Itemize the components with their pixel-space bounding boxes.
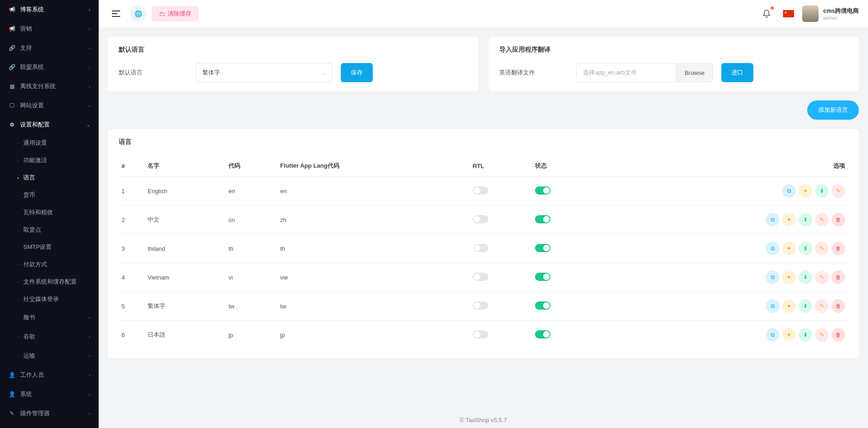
browse-button[interactable]: Browse xyxy=(676,63,713,82)
save-button[interactable]: 保存 xyxy=(341,63,373,82)
file-placeholder: 选择app_en.arb文件 xyxy=(576,63,676,82)
action-button-2[interactable]: ⬇ xyxy=(799,213,812,227)
cell-flutter: jp xyxy=(277,321,470,349)
table-header: 名字 xyxy=(145,155,226,177)
sidebar-item-label: 营销 xyxy=(20,25,32,33)
rtl-toggle[interactable] xyxy=(473,215,488,223)
sidebar-item[interactable]: ▦离线支付系统› xyxy=(0,77,99,96)
cell-name: 日本語 xyxy=(145,321,226,349)
sidebar-item[interactable]: ✎插件管理器› xyxy=(0,404,99,423)
add-language-button[interactable]: 添加新语言 xyxy=(807,100,859,120)
sidebar-sub-item[interactable]: SMTP设置 xyxy=(17,238,99,256)
select-value: 繁体字 xyxy=(202,69,220,77)
action-button-4[interactable]: 🗑 xyxy=(831,242,845,255)
status-toggle[interactable] xyxy=(535,244,550,252)
sidebar-item[interactable]: 👤系统› xyxy=(0,385,99,404)
action-button-2[interactable]: ⬇ xyxy=(799,299,812,313)
rtl-toggle[interactable] xyxy=(473,330,488,338)
action-button-0[interactable]: ⧉ xyxy=(782,184,796,198)
cell-index: 1 xyxy=(119,177,145,206)
action-button-0[interactable]: ⧉ xyxy=(766,213,779,227)
sidebar-sub-item[interactable]: ○谷歌› xyxy=(0,327,99,346)
status-toggle[interactable] xyxy=(535,186,550,195)
action-button-2[interactable]: ⬇ xyxy=(799,328,812,342)
cell-actions: ⧉✦⬇✎🗑 xyxy=(595,321,848,349)
cell-rtl xyxy=(470,321,533,349)
action-button-1[interactable]: ✦ xyxy=(782,270,796,284)
sidebar-sub-item[interactable]: 瓦特和税收 xyxy=(17,204,99,221)
chevron-right-icon: › xyxy=(89,64,90,70)
sidebar-sub-item[interactable]: 语言 xyxy=(17,169,99,186)
rtl-toggle[interactable] xyxy=(473,273,488,281)
sidebar-item-settings[interactable]: ⚙ 设置和配置 ⌄ xyxy=(0,115,99,134)
default-language-select[interactable]: 繁体字 ⌄ xyxy=(196,63,333,82)
action-button-3[interactable]: ✎ xyxy=(831,184,845,198)
globe-button[interactable]: 🌐 xyxy=(130,5,146,22)
action-button-4[interactable]: 🗑 xyxy=(831,213,845,227)
action-button-3[interactable]: ✎ xyxy=(815,328,829,342)
action-button-1[interactable]: ✦ xyxy=(782,328,796,342)
sidebar-item[interactable]: 📢博客系统› xyxy=(0,0,99,19)
cell-code: jp xyxy=(226,321,277,349)
sidebar-item[interactable]: 👤工作人员› xyxy=(0,365,99,385)
language-flag[interactable] xyxy=(783,10,794,17)
action-button-2[interactable]: ⬇ xyxy=(799,242,812,255)
cell-index: 3 xyxy=(119,234,145,263)
action-button-3[interactable]: ✎ xyxy=(815,242,829,255)
action-button-3[interactable]: ✎ xyxy=(815,213,829,227)
cell-name: Vietnam xyxy=(145,263,226,292)
import-button[interactable]: 进口 xyxy=(721,63,753,82)
status-toggle[interactable] xyxy=(535,330,550,338)
action-button-3[interactable]: ✎ xyxy=(815,299,829,313)
cell-actions: ⧉✦⬇✎🗑 xyxy=(595,234,848,263)
cell-flutter: en xyxy=(277,177,470,206)
sidebar-item[interactable]: 🔗支持› xyxy=(0,38,99,58)
status-toggle[interactable] xyxy=(535,215,550,223)
rtl-toggle[interactable] xyxy=(473,186,488,195)
sidebar-sub-item[interactable]: 取货点 xyxy=(17,221,99,238)
sidebar-sub-item[interactable]: ○运输› xyxy=(0,346,99,365)
action-button-4[interactable]: 🗑 xyxy=(831,270,845,284)
rtl-toggle[interactable] xyxy=(473,244,488,252)
sidebar-item[interactable]: 📢营销› xyxy=(0,19,99,38)
languages-table-card: 语言 #名字代码Flutter App Lang代码RTL状态选项 1 Engl… xyxy=(108,129,859,358)
sidebar-sub-item[interactable]: 付款方式 xyxy=(17,256,99,273)
action-button-0[interactable]: ⧉ xyxy=(766,242,779,255)
sidebar-sub-item[interactable]: 通用设置 xyxy=(17,134,99,152)
action-button-1[interactable]: ✦ xyxy=(782,242,796,255)
sidebar-item[interactable]: 🖵网站设置› xyxy=(0,96,99,115)
sidebar-sub-item[interactable]: 功能激活 xyxy=(17,152,99,169)
action-button-4[interactable]: 🗑 xyxy=(831,299,845,313)
rtl-toggle[interactable] xyxy=(473,301,488,310)
action-button-2[interactable]: ⬇ xyxy=(799,270,812,284)
file-input[interactable]: 选择app_en.arb文件 Browse xyxy=(576,63,713,82)
action-button-1[interactable]: ✦ xyxy=(799,184,812,198)
action-button-0[interactable]: ⧉ xyxy=(766,270,779,284)
action-button-1[interactable]: ✦ xyxy=(782,299,796,313)
chevron-right-icon: › xyxy=(89,45,90,51)
status-toggle[interactable] xyxy=(535,301,550,310)
status-toggle[interactable] xyxy=(535,273,550,281)
sidebar-item[interactable]: 🔗联盟系统› xyxy=(0,58,99,77)
action-button-2[interactable]: ⬇ xyxy=(815,184,829,198)
menu-icon: ✎ xyxy=(8,410,16,417)
cell-index: 4 xyxy=(119,263,145,292)
user-menu[interactable]: cms跨境电商 admin xyxy=(802,5,859,22)
action-button-3[interactable]: ✎ xyxy=(815,270,829,284)
sidebar-sub-item[interactable]: 文件系统和缓存配置 xyxy=(17,273,99,291)
footer: © TaoShop v5.5.7 xyxy=(99,407,868,428)
sidebar-sub-item[interactable]: ○脸书› xyxy=(0,308,99,327)
sidebar-item-label: 联盟系统 xyxy=(20,63,44,71)
action-button-1[interactable]: ✦ xyxy=(782,213,796,227)
clear-cache-button[interactable]: 🗀 清除缓存 xyxy=(152,6,199,21)
notifications-button[interactable] xyxy=(758,5,775,22)
hamburger-icon xyxy=(112,11,120,17)
cell-status xyxy=(532,206,595,234)
action-button-0[interactable]: ⧉ xyxy=(766,299,779,313)
sidebar-sub-item[interactable]: 社交媒体登录 xyxy=(17,291,99,308)
menu-toggle-button[interactable] xyxy=(108,5,124,22)
action-button-0[interactable]: ⧉ xyxy=(766,328,779,342)
action-button-4[interactable]: 🗑 xyxy=(831,328,845,342)
sidebar-sub-item[interactable]: 货币 xyxy=(17,186,99,204)
chevron-right-icon: › xyxy=(89,372,90,378)
